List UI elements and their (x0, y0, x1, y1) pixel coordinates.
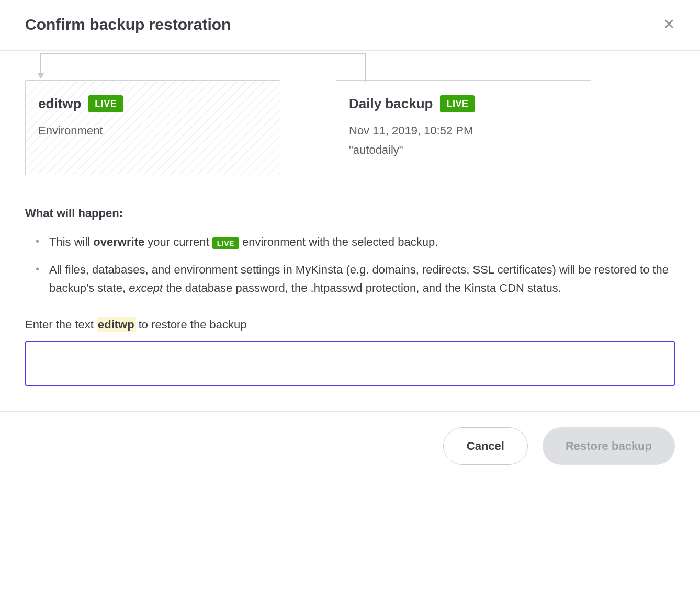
text: your current (144, 235, 212, 248)
cancel-button[interactable]: Cancel (443, 427, 528, 465)
source-timestamp: Nov 11, 2019, 10:52 PM (349, 121, 578, 140)
text: the database password, the .htpasswd pro… (163, 281, 561, 294)
target-environment-card: editwp LIVE Environment (25, 80, 280, 175)
close-icon[interactable]: ✕ (663, 17, 675, 32)
confirm-highlight: editwp (97, 317, 136, 332)
source-title: Daily backup (349, 96, 433, 112)
target-name: editwp (38, 96, 81, 112)
list-item: All files, databases, and environment se… (49, 260, 675, 297)
except-word: except (129, 281, 163, 294)
text: environment with the selected backup. (239, 235, 438, 248)
text: This will (49, 235, 93, 248)
list-item: This will overwrite your current LIVE en… (49, 233, 675, 251)
what-will-happen-heading: What will happen: (25, 207, 675, 220)
confirm-label: Enter the text editwp to restore the bac… (25, 318, 675, 332)
live-badge: LIVE (88, 95, 123, 112)
source-label: "autodaily" (349, 140, 578, 160)
restore-backup-button[interactable]: Restore backup (543, 427, 675, 465)
source-backup-card: Daily backup LIVE Nov 11, 2019, 10:52 PM… (336, 80, 591, 175)
overwrite-word: overwrite (93, 235, 144, 248)
flow-arrow-icon (37, 51, 366, 82)
confirm-input[interactable] (25, 341, 675, 386)
target-subtitle: Environment (38, 121, 267, 140)
live-badge: LIVE (440, 95, 475, 112)
modal-title: Confirm backup restoration (25, 16, 231, 33)
live-badge: LIVE (212, 237, 239, 249)
text: Enter the text (25, 318, 97, 331)
text: to restore the backup (136, 318, 247, 331)
